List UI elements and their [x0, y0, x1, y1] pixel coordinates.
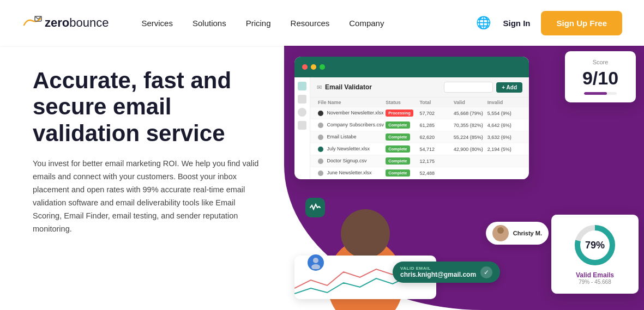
- row-filename: June Newsletter.xlsx: [318, 170, 386, 176]
- row-status: Complete: [386, 169, 419, 177]
- dot-green: [320, 64, 325, 70]
- christy-name: Christy M.: [513, 230, 542, 236]
- small-avatar-icon: [309, 256, 322, 269]
- hero-subtext: You invest for better email marketing RO…: [33, 157, 262, 236]
- row-filename: Email Listabe: [318, 134, 386, 140]
- card-sidebar: [294, 77, 310, 179]
- header-right: 🌐 Sign In Sign Up Free: [474, 11, 622, 35]
- small-profile-avatar: [306, 253, 325, 272]
- table-header: File Name Status Total Valid Invalid: [310, 98, 529, 107]
- svg-point-2: [495, 235, 506, 241]
- card-inner: ✉ Email Validator + Add File Name Status…: [294, 77, 529, 179]
- sidebar-icon-1: [298, 82, 306, 90]
- row-total: 57,702: [420, 111, 454, 116]
- score-bar-fill: [584, 92, 607, 95]
- svg-point-1: [497, 227, 504, 234]
- activity-icon: [310, 202, 321, 213]
- row-invalid: 3,632 (6%): [487, 135, 521, 140]
- valid-email-badge-content: VALID EMAIL chris.knight@gmail.com: [400, 266, 476, 278]
- dot-yellow: [311, 64, 316, 70]
- add-button[interactable]: + Add: [496, 82, 522, 93]
- logo[interactable]: zerobounce: [22, 15, 109, 31]
- table-row: Email Listabe Complete 62,620 55,224 (85…: [310, 131, 529, 143]
- sign-in-link[interactable]: Sign In: [503, 19, 530, 28]
- validator-header-row: ✉ Email Validator + Add: [310, 77, 529, 98]
- activity-icon-badge: [305, 198, 325, 217]
- signup-button[interactable]: Sign Up Free: [541, 11, 622, 35]
- row-invalid: 2,194 (5%): [487, 147, 521, 152]
- nav-services[interactable]: Services: [141, 19, 173, 28]
- christy-avatar: [492, 225, 509, 241]
- header: zerobounce Services Solutions Pricing Re…: [0, 0, 644, 46]
- row-status: Complete: [386, 157, 419, 165]
- col-invalid: Invalid: [487, 100, 521, 105]
- row-total: 52,488: [420, 171, 454, 176]
- nav-pricing[interactable]: Pricing: [246, 19, 271, 28]
- row-dot: [318, 135, 323, 140]
- valid-emails-title: Valid Emails: [560, 271, 630, 279]
- row-dot: [318, 111, 323, 116]
- row-total: 62,620: [420, 135, 454, 140]
- donut-chart: 79%: [573, 223, 617, 267]
- row-filename: July Newsletter.xlsx: [318, 146, 386, 152]
- valid-emails-card: 79% Valid Emails 79% - 45.668: [551, 215, 639, 294]
- valid-check-icon: ✓: [480, 266, 492, 278]
- valid-label: VALID EMAIL: [400, 266, 476, 271]
- row-invalid: 4,642 (6%): [487, 123, 521, 128]
- col-status: Status: [386, 100, 419, 105]
- globe-icon[interactable]: 🌐: [474, 14, 492, 32]
- row-invalid: 5,554 (9%): [487, 111, 521, 116]
- svg-point-9: [311, 264, 320, 269]
- valid-email-text: chris.knight@gmail.com: [400, 271, 476, 278]
- card-main: ✉ Email Validator + Add File Name Status…: [310, 77, 529, 179]
- logo-icon: [22, 15, 43, 31]
- row-filename: Company Subscribers.csv: [318, 122, 386, 128]
- hero-headline: Accurate, fast and secure email validati…: [33, 68, 262, 147]
- avatar-icon: [492, 225, 509, 241]
- col-filename: File Name: [318, 100, 386, 105]
- row-valid: 70,355 (82%): [454, 123, 487, 128]
- score-card: Score 9/10: [565, 51, 636, 102]
- logo-text: zerobounce: [45, 16, 109, 30]
- nav-resources[interactable]: Resources: [291, 19, 330, 28]
- row-valid: 42,900 (80%): [454, 147, 487, 152]
- sidebar-icon-2: [298, 95, 306, 104]
- search-input-placeholder: [444, 82, 493, 93]
- main-nav: Services Solutions Pricing Resources Com…: [141, 19, 474, 28]
- row-total: 12,175: [420, 159, 454, 164]
- row-status: Complete: [386, 145, 419, 153]
- row-valid: 55,224 (85%): [454, 135, 487, 140]
- row-dot: [318, 123, 323, 128]
- row-filename: Doctor Signup.csv: [318, 158, 386, 164]
- table-row: Company Subscribers.csv Complete 61,285 …: [310, 119, 529, 131]
- row-total: 61,285: [420, 123, 454, 128]
- col-total: Total: [420, 100, 454, 105]
- table-row: November Newsletter.xlsx Processing 57,7…: [310, 107, 529, 119]
- donut-label: 79%: [585, 240, 605, 251]
- card-header-bar: [294, 57, 529, 77]
- svg-point-8: [313, 258, 318, 263]
- email-validator-card: ✉ Email Validator + Add File Name Status…: [294, 57, 529, 179]
- row-dot: [318, 159, 323, 164]
- table-row: June Newsletter.xlsx Complete 52,488: [310, 167, 529, 179]
- table-row: July Newsletter.xlsx Complete 54,712 42,…: [310, 143, 529, 155]
- row-status: Complete: [386, 121, 419, 129]
- dot-red: [302, 64, 308, 70]
- valid-email-badge: VALID EMAIL chris.knight@gmail.com ✓: [393, 262, 500, 283]
- col-valid: Valid: [454, 100, 487, 105]
- nav-solutions[interactable]: Solutions: [192, 19, 226, 28]
- validator-title: Email Validator: [325, 83, 372, 91]
- score-value: 9/10: [574, 68, 627, 89]
- main-content: Accurate, fast and secure email validati…: [0, 46, 644, 310]
- table-row: Doctor Signup.csv Complete 12,175: [310, 155, 529, 167]
- row-dot: [318, 171, 323, 176]
- row-status: Processing: [386, 110, 419, 117]
- christy-card: Christy M.: [486, 222, 549, 245]
- nav-company[interactable]: Company: [349, 19, 384, 28]
- hero-left: Accurate, fast and secure email validati…: [0, 46, 284, 310]
- row-valid: 45,668 (79%): [454, 111, 487, 116]
- valid-emails-sub: 79% - 45.668: [560, 279, 630, 285]
- row-filename: November Newsletter.xlsx: [318, 110, 386, 116]
- score-bar: [584, 92, 617, 95]
- score-label: Score: [574, 59, 627, 65]
